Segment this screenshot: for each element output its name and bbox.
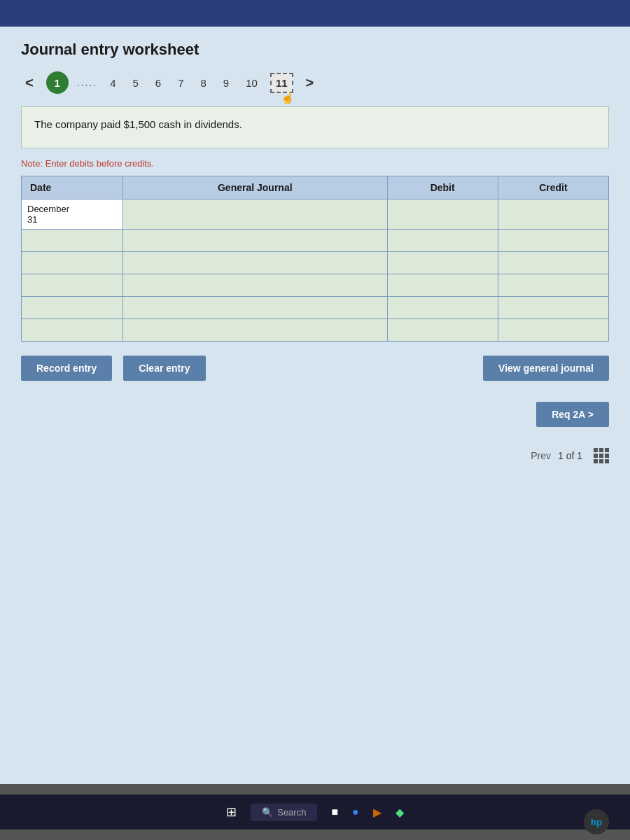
- credit-input-4[interactable]: [504, 281, 603, 291]
- debit-cell-6[interactable]: [387, 319, 498, 342]
- journal-cell-1[interactable]: [123, 200, 388, 230]
- windows-icon[interactable]: ⊞: [226, 804, 237, 820]
- journal-input-5[interactable]: [129, 303, 382, 314]
- taskbar-icon-4[interactable]: ◆: [396, 806, 404, 819]
- journal-cell-6[interactable]: [123, 319, 388, 342]
- journal-cell-4[interactable]: [123, 274, 388, 297]
- debit-cell-2[interactable]: [387, 230, 498, 252]
- top-bar: [0, 0, 630, 27]
- date-cell-4: [22, 274, 123, 297]
- nav-item-8[interactable]: 8: [197, 74, 211, 92]
- table-row: [22, 297, 609, 319]
- journal-table: Date General Journal Debit Credit Decemb…: [21, 176, 609, 342]
- taskbar-icon-1[interactable]: ■: [331, 806, 338, 818]
- taskbar-search-box[interactable]: 🔍 Search: [251, 804, 317, 821]
- view-general-journal-button[interactable]: View general journal: [483, 356, 609, 381]
- journal-cell-3[interactable]: [123, 252, 388, 274]
- taskbar-search-label[interactable]: Search: [277, 807, 306, 818]
- debit-input-4[interactable]: [393, 281, 492, 291]
- debit-cell-5[interactable]: [387, 297, 498, 319]
- date-cell-2: [22, 230, 123, 252]
- table-row: [22, 230, 609, 252]
- taskbar-icon-3[interactable]: ▶: [373, 806, 382, 819]
- col-header-date: Date: [22, 176, 123, 200]
- nav-item-9[interactable]: 9: [219, 74, 233, 92]
- note-text: Note: Enter debits before credits.: [21, 158, 609, 169]
- req-2a-button[interactable]: Req 2A >: [536, 402, 609, 427]
- nav-left-arrow[interactable]: <: [21, 74, 38, 92]
- col-header-journal: General Journal: [123, 176, 388, 200]
- page-title: Journal entry worksheet: [21, 41, 609, 59]
- bottom-area: ⊞ 🔍 Search ■ ● ▶ ◆ hp: [0, 784, 630, 840]
- prev-button[interactable]: Prev: [531, 450, 551, 461]
- req-row: Req 2A >: [21, 402, 609, 427]
- description-text: The company paid $1,500 cash in dividend…: [34, 118, 242, 130]
- nav-item-10[interactable]: 10: [241, 74, 262, 92]
- pagination-row: Prev 1 of 1: [21, 448, 609, 463]
- nav-item-7[interactable]: 7: [174, 74, 188, 92]
- nav-item-4[interactable]: 4: [106, 74, 120, 92]
- journal-input-4[interactable]: [129, 281, 382, 291]
- nav-item-1[interactable]: 1: [46, 71, 69, 94]
- debit-input-5[interactable]: [393, 303, 492, 314]
- credit-cell-1[interactable]: [498, 200, 608, 230]
- journal-input-2[interactable]: [129, 236, 382, 246]
- date-cell-1: December31: [22, 200, 123, 230]
- grid-icon: [594, 448, 609, 463]
- taskbar-icon-2[interactable]: ●: [352, 806, 359, 818]
- hp-logo: hp: [584, 809, 609, 834]
- debit-input-6[interactable]: [393, 326, 492, 336]
- debit-cell-3[interactable]: [387, 252, 498, 274]
- table-row: [22, 274, 609, 297]
- credit-input-1[interactable]: [504, 209, 603, 220]
- credit-input-3[interactable]: [504, 258, 603, 269]
- credit-cell-5[interactable]: [498, 297, 608, 319]
- credit-input-6[interactable]: [504, 326, 603, 336]
- debit-cell-1[interactable]: [387, 200, 498, 230]
- credit-cell-4[interactable]: [498, 274, 608, 297]
- debit-input-2[interactable]: [393, 236, 492, 246]
- credit-cell-2[interactable]: [498, 230, 608, 252]
- record-entry-button[interactable]: Record entry: [21, 356, 112, 381]
- table-row: [22, 252, 609, 274]
- main-content: Journal entry worksheet < 1 ..... 4 5 6 …: [0, 27, 630, 784]
- journal-cell-2[interactable]: [123, 230, 388, 252]
- credit-cell-3[interactable]: [498, 252, 608, 274]
- nav-item-5[interactable]: 5: [128, 74, 142, 92]
- journal-cell-5[interactable]: [123, 297, 388, 319]
- journal-input-6[interactable]: [129, 326, 382, 336]
- credit-input-5[interactable]: [504, 303, 603, 314]
- date-cell-3: [22, 252, 123, 274]
- nav-item-11[interactable]: 11: [270, 73, 293, 93]
- nav-row: < 1 ..... 4 5 6 7 8 9 10 11 >: [21, 71, 609, 94]
- taskbar: ⊞ 🔍 Search ■ ● ▶ ◆: [0, 794, 630, 830]
- date-text-1: December31: [27, 204, 117, 225]
- search-icon: 🔍: [262, 807, 273, 818]
- nav-dots: .....: [77, 77, 97, 88]
- credit-cell-6[interactable]: [498, 319, 608, 342]
- journal-input-3[interactable]: [129, 258, 382, 269]
- date-cell-5: [22, 297, 123, 319]
- table-row: December31: [22, 200, 609, 230]
- description-box: The company paid $1,500 cash in dividend…: [21, 106, 609, 148]
- journal-input-1[interactable]: [129, 209, 382, 220]
- debit-cell-4[interactable]: [387, 274, 498, 297]
- clear-entry-button[interactable]: Clear entry: [123, 356, 205, 381]
- col-header-debit: Debit: [387, 176, 498, 200]
- debit-input-1[interactable]: [393, 209, 492, 220]
- buttons-row: Record entry Clear entry View general jo…: [21, 356, 609, 381]
- credit-input-2[interactable]: [504, 236, 603, 246]
- nav-right-arrow[interactable]: >: [302, 74, 318, 92]
- page-indicator: 1 of 1: [558, 450, 582, 461]
- nav-item-6[interactable]: 6: [151, 74, 165, 92]
- debit-input-3[interactable]: [393, 258, 492, 269]
- table-row: [22, 319, 609, 342]
- col-header-credit: Credit: [498, 176, 608, 200]
- date-cell-6: [22, 319, 123, 342]
